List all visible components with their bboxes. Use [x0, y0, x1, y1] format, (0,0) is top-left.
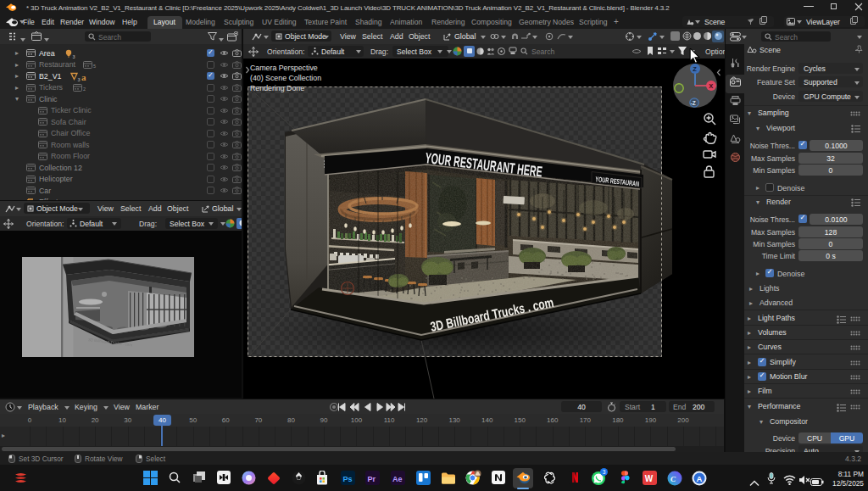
svg-text:3: 3 — [73, 54, 75, 59]
svg-text:Pr: Pr — [368, 475, 376, 483]
svg-text:W: W — [645, 474, 654, 483]
svg-text:X: X — [709, 82, 713, 90]
svg-text:A: A — [697, 474, 703, 483]
svg-text:Ae: Ae — [392, 475, 403, 483]
svg-text:Ps: Ps — [343, 475, 353, 483]
svg-text:C: C — [670, 475, 676, 483]
svg-text:3: 3 — [78, 77, 81, 82]
svg-text:Z: Z — [693, 65, 697, 73]
svg-text:-Z: -Z — [691, 100, 696, 106]
svg-text:a: a — [81, 72, 86, 81]
